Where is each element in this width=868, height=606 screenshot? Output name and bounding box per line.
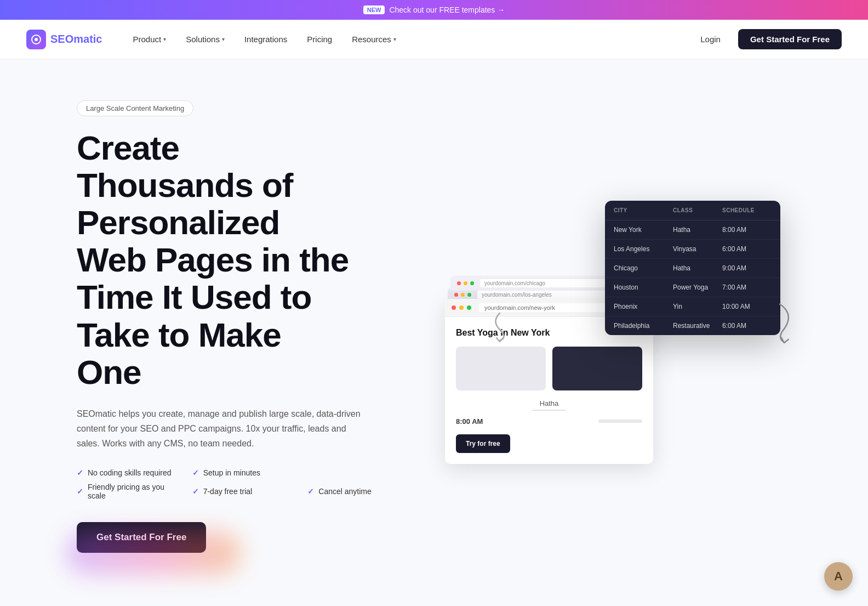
browser-dot-green xyxy=(467,305,471,310)
login-button[interactable]: Login xyxy=(692,30,729,48)
hero-right: CITY CLASS SCHEDULE New York Hatha 8:00 … xyxy=(456,190,791,464)
logo[interactable]: SEOmatic xyxy=(26,30,102,49)
yoga-image-2 xyxy=(552,347,642,390)
nav-item-pricing[interactable]: Pricing xyxy=(298,30,341,48)
table-row: Phoenix Yin 10:00 AM xyxy=(605,297,780,316)
yoga-underline xyxy=(533,410,566,411)
nav-item-solutions[interactable]: Solutions ▾ xyxy=(177,30,233,48)
feature-item-2: ✓ Setup in minutes xyxy=(192,468,297,477)
browser-dot-red xyxy=(452,305,456,310)
svg-point-1 xyxy=(35,38,38,41)
class-label: Hatha xyxy=(456,399,642,407)
logo-icon xyxy=(26,30,46,49)
new-badge: NEW xyxy=(363,5,385,14)
yoga-image-1 xyxy=(456,347,546,390)
check-icon: ✓ xyxy=(192,487,199,496)
nav-item-resources[interactable]: Resources ▾ xyxy=(343,30,405,48)
chevron-down-icon: ▾ xyxy=(393,36,396,42)
chevron-down-icon: ▾ xyxy=(163,36,166,42)
avatar[interactable]: A xyxy=(824,562,853,591)
feature-item-5: ✓ Cancel anytime xyxy=(307,483,412,500)
data-table-card: CITY CLASS SCHEDULE New York Hatha 8:00 … xyxy=(605,201,780,335)
yoga-images xyxy=(456,347,642,390)
feature-item-3: ✓ Friendly pricing as you scale xyxy=(77,483,181,500)
nav-actions: Login Get Started For Free xyxy=(692,29,842,49)
hero-tag: Large Scale Content Marketing xyxy=(77,100,193,116)
table-row: Chicago Hatha 9:00 AM xyxy=(605,259,780,278)
try-free-button[interactable]: Try for free xyxy=(456,434,510,453)
check-icon: ✓ xyxy=(192,468,199,477)
table-row: New York Hatha 8:00 AM xyxy=(605,220,780,240)
nav-item-integrations[interactable]: Integrations xyxy=(236,30,296,48)
chevron-down-icon: ▾ xyxy=(222,36,225,42)
col-class: CLASS xyxy=(673,207,722,213)
features-list: ✓ No coding skills required ✓ Setup in m… xyxy=(77,468,412,500)
main-content: Large Scale Content Marketing Create Tho… xyxy=(50,59,818,605)
time-bar xyxy=(598,420,642,423)
table-row: Philadelphia Restaurative 6:00 AM xyxy=(605,316,780,335)
feature-item-1: ✓ No coding skills required xyxy=(77,468,181,477)
feature-item-4: ✓ 7-day free trial xyxy=(192,483,297,500)
yoga-time-row: 8:00 AM xyxy=(456,417,642,426)
col-schedule: SCHEDULE xyxy=(722,207,772,213)
hero-description: SEOmatic helps you create, manage and pu… xyxy=(77,406,362,451)
browser-content: Best Yoga in New York Hatha 8:00 AM Try … xyxy=(445,317,653,464)
check-icon: ✓ xyxy=(307,487,314,496)
main-nav: Product ▾ Solutions ▾ Integrations Prici… xyxy=(124,30,692,48)
logo-text: SEOmatic xyxy=(50,33,102,46)
check-icon: ✓ xyxy=(77,468,83,477)
decorative-blob xyxy=(66,531,241,575)
nav-cta-button[interactable]: Get Started For Free xyxy=(738,29,842,49)
nav-item-product[interactable]: Product ▾ xyxy=(124,30,175,48)
table-row: Los Angeles Vinyasa 6:00 AM xyxy=(605,240,780,259)
class-time: 8:00 AM xyxy=(456,417,483,426)
hero-left: Large Scale Content Marketing Create Tho… xyxy=(77,100,412,553)
check-icon: ✓ xyxy=(77,487,83,496)
col-city: CITY xyxy=(614,207,673,213)
banner-text: Check out our FREE templates → xyxy=(389,5,505,14)
table-header: CITY CLASS SCHEDULE xyxy=(605,201,780,220)
table-row: Houston Power Yoga 7:00 AM xyxy=(605,278,780,297)
hero-title: Create Thousands of Personalized Web Pag… xyxy=(77,129,412,391)
browser-dot-yellow xyxy=(459,305,464,310)
header: SEOmatic Product ▾ Solutions ▾ Integrati… xyxy=(0,20,868,59)
top-banner[interactable]: NEW Check out our FREE templates → xyxy=(0,0,868,20)
